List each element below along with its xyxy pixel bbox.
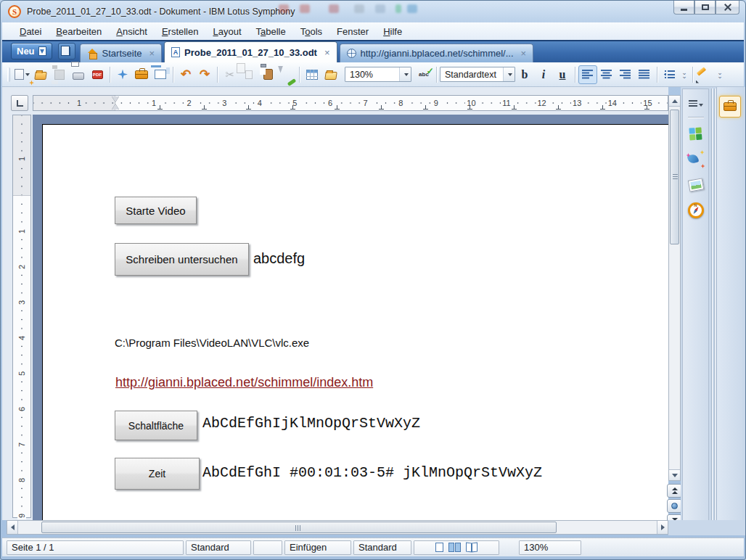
navigator-panel-button[interactable]: N <box>686 201 705 220</box>
menu-layout[interactable]: Layout <box>205 25 248 38</box>
page[interactable]: Starte Video Schreiben untersuchen abcde… <box>42 124 668 520</box>
toolbox-panel-button[interactable] <box>719 96 741 118</box>
tab-stop-marker[interactable] <box>467 105 472 110</box>
schreiben-untersuchen-button[interactable]: Schreiben untersuchen <box>115 243 249 276</box>
vertical-scrollbar[interactable] <box>668 95 681 481</box>
minimize-button[interactable] <box>673 1 694 15</box>
tab-stop-marker[interactable] <box>644 105 649 110</box>
scroll-up-button[interactable] <box>669 96 680 107</box>
new-file-button[interactable] <box>12 65 31 84</box>
open-button[interactable] <box>31 65 50 84</box>
paragraph-style-combobox[interactable]: Standardtext <box>440 67 515 82</box>
combo-dropdown-button[interactable] <box>503 67 515 81</box>
pictures-panel-button[interactable] <box>686 176 705 194</box>
status-page-style[interactable]: Standard <box>186 540 251 555</box>
tab-stop-marker[interactable] <box>202 105 207 110</box>
zoom-combobox[interactable]: 130% <box>345 67 411 82</box>
undo-button[interactable]: ↶ <box>176 65 195 84</box>
underline-button[interactable]: u <box>553 65 572 84</box>
status-zoom[interactable]: 130% <box>519 540 581 555</box>
book-view-icon[interactable] <box>466 543 477 552</box>
tab-stop-marker[interactable] <box>246 105 251 110</box>
indent-marker[interactable] <box>112 96 120 110</box>
bold-button[interactable]: b <box>515 65 534 84</box>
insert-table-button[interactable] <box>303 65 321 84</box>
copy-button[interactable] <box>239 65 258 84</box>
menu-datei[interactable]: Datei <box>12 25 49 38</box>
paste-button[interactable] <box>258 65 277 84</box>
tab-probe-document[interactable]: A Probe_2011_01_27_10_33.odt × <box>164 41 337 62</box>
double-page-view-icon[interactable] <box>448 543 461 552</box>
tab-stop-marker[interactable] <box>512 105 517 110</box>
sidebar-menu-button[interactable] <box>689 99 703 107</box>
tab-stop-marker[interactable] <box>423 105 428 110</box>
menu-fenster[interactable]: Fenster <box>329 25 376 38</box>
save-button[interactable] <box>50 65 69 84</box>
tab-close-icon[interactable]: × <box>324 47 330 58</box>
toolbox-button[interactable] <box>132 65 151 84</box>
zeit-button[interactable]: Zeit <box>115 458 200 490</box>
format-brush-button[interactable] <box>277 65 296 84</box>
vertical-ruler[interactable]: 1 123456789 <box>12 115 31 518</box>
menu-bearbeiten[interactable]: Bearbeiten <box>49 25 109 38</box>
save-icon <box>54 70 65 80</box>
tab-type-selector[interactable] <box>11 95 28 111</box>
tab-stop-marker[interactable] <box>600 105 605 110</box>
horizontal-scrollbar[interactable] <box>7 520 668 535</box>
tab-stop-marker[interactable] <box>335 105 340 110</box>
align-right-button[interactable] <box>616 65 635 84</box>
tab-close-icon[interactable]: × <box>521 48 527 59</box>
draw-tools-overflow-button[interactable]: ⌄⌄ <box>715 71 725 78</box>
tab-stop-marker[interactable] <box>379 105 384 110</box>
vertical-scroll-thumb[interactable] <box>670 110 679 244</box>
starte-video-button[interactable]: Starte Video <box>115 197 197 224</box>
status-insert-mode[interactable]: Einfügen <box>284 540 351 555</box>
status-view-layout-label[interactable]: Standard <box>353 540 411 555</box>
italic-button[interactable]: i <box>534 65 553 84</box>
tab-stop-marker[interactable] <box>290 105 295 110</box>
shapes-panel-button[interactable] <box>686 125 705 144</box>
redo-button[interactable]: ↷ <box>195 65 214 84</box>
gallery-panel-button[interactable] <box>686 150 705 169</box>
menu-hilfe[interactable]: Hilfe <box>376 25 409 38</box>
toolbar-overflow-button[interactable]: ⌄⌄ <box>679 71 689 78</box>
hyperlink-schimmel[interactable]: http://gianni.bplaced.net/schimmel/index… <box>115 375 373 390</box>
tab-startseite[interactable]: Startseite × <box>80 44 163 62</box>
menu-erstellen[interactable]: Erstellen <box>155 25 206 38</box>
ruler-number: 5 <box>17 370 26 377</box>
tab-close-icon[interactable]: × <box>149 48 155 59</box>
scroll-left-button[interactable] <box>7 521 18 534</box>
align-center-button[interactable] <box>597 65 616 84</box>
maximize-button[interactable] <box>694 1 716 15</box>
previous-page-button[interactable] <box>667 484 682 498</box>
tab-stop-marker[interactable] <box>157 105 163 110</box>
horizontal-scroll-thumb[interactable] <box>41 522 557 533</box>
navigation-button[interactable] <box>667 499 682 513</box>
bullet-list-button[interactable] <box>660 65 679 84</box>
print-button[interactable] <box>69 65 88 84</box>
new-document-button[interactable]: Neu <box>11 43 52 59</box>
scroll-right-button[interactable] <box>657 521 668 534</box>
properties-button[interactable] <box>113 65 132 84</box>
document-area[interactable]: Starte Video Schreiben untersuchen abcde… <box>33 115 668 520</box>
schaltflaeche-button[interactable]: Schaltfläche <box>115 411 197 440</box>
tab-stop-marker[interactable] <box>556 105 561 110</box>
close-button[interactable] <box>716 1 739 15</box>
export-pdf-button[interactable]: PDF <box>88 65 107 84</box>
duplicate-tab-button[interactable] <box>58 43 75 59</box>
spellcheck-button[interactable]: abc✓ <box>414 65 433 84</box>
tab-browser[interactable]: http://gianni.bplaced.net/schimmel/... × <box>340 44 534 62</box>
scroll-down-button[interactable] <box>669 469 680 480</box>
justify-button[interactable] <box>635 65 654 84</box>
menu-ansicht[interactable]: Ansicht <box>109 25 155 38</box>
combo-dropdown-button[interactable] <box>399 67 411 81</box>
panels-button[interactable] <box>151 65 170 84</box>
horizontal-ruler[interactable]: 1 123456789101112131415 <box>33 95 668 111</box>
align-left-button[interactable] <box>578 65 597 84</box>
insert-graphic-button[interactable] <box>321 65 340 84</box>
menu-tools[interactable]: Tools <box>293 25 329 38</box>
draw-tools-button[interactable] <box>696 65 715 84</box>
panel-splitter[interactable] <box>710 88 716 534</box>
single-page-view-icon[interactable] <box>435 543 443 552</box>
menu-tabelle[interactable]: Tabelle <box>249 25 293 38</box>
